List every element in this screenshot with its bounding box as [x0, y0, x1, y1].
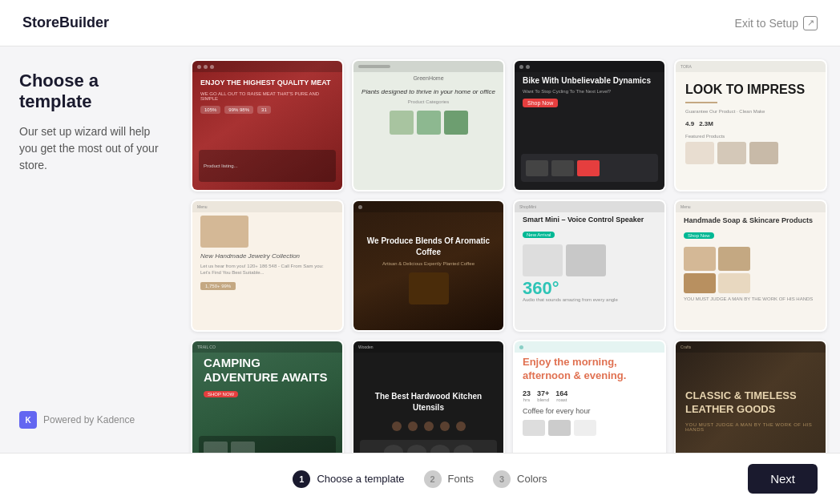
- exit-setup-label: Exit to Setup: [735, 17, 798, 30]
- sidebar: Choose a template Our set up wizard will…: [0, 46, 184, 453]
- powered-by-label: Powered by Kadence: [43, 414, 135, 425]
- sidebar-description: Our set up wizard will help you get the …: [19, 123, 165, 174]
- header: StoreBuilder Exit to Setup ↗: [0, 0, 840, 46]
- template-nav-bar: Crafts: [676, 341, 826, 353]
- coffee-title: We Produce Blends Of Aromatic Coffee: [363, 236, 494, 258]
- coffeecup-title: Enjoy the morning, afternoon & evening.: [523, 356, 656, 383]
- bike-title: Bike With Unbelievable Dynamics: [523, 75, 656, 86]
- step-1: 1 Choose a template: [293, 470, 404, 488]
- template-card-coffee[interactable]: We Produce Blends Of Aromatic Coffee Art…: [352, 200, 505, 332]
- template-card-leather[interactable]: Crafts CLASSIC & TIMELESS LEATHER GOODS …: [674, 340, 827, 453]
- step-1-label: Choose a template: [317, 473, 404, 485]
- speaker-title: Smart Mini – Voice Control Speaker: [523, 216, 656, 225]
- template-card-speaker[interactable]: ShopMini Smart Mini – Voice Control Spea…: [513, 200, 666, 332]
- meat-title: ENJOY THE HIGHEST QUALITY MEAT: [200, 79, 334, 88]
- kadence-icon: K: [19, 411, 37, 429]
- template-nav-bar: [353, 201, 503, 212]
- template-nav-bar: Menu: [192, 201, 342, 212]
- template-card-meat[interactable]: ENJOY THE HIGHEST QUALITY MEAT WE GO ALL…: [191, 59, 344, 192]
- template-card-plants[interactable]: GreenHome Plants designed to thrive in y…: [352, 59, 505, 192]
- template-card-look[interactable]: TORA LOOK TO IMPRESS Guarantee Our Produ…: [674, 59, 827, 192]
- exit-setup-button[interactable]: Exit to Setup ↗: [735, 16, 818, 30]
- jewelry-title: New Handmade Jewelry Collection: [200, 252, 334, 260]
- template-nav-bar: Wooden: [353, 341, 503, 353]
- template-card-soap[interactable]: Menu Handmade Soap & Skincare Products S…: [674, 200, 827, 332]
- main-content: Choose a template Our set up wizard will…: [0, 46, 840, 453]
- step-2-label: Fonts: [448, 473, 475, 485]
- template-card-camping[interactable]: TRAIL CO CAMPING ADVENTURE AWAITS SHOP N…: [191, 340, 344, 453]
- template-nav-bar: [515, 341, 664, 353]
- step-3-circle: 3: [493, 470, 511, 488]
- camping-title: CAMPING ADVENTURE AWAITS: [204, 356, 331, 385]
- step-1-circle: 1: [293, 470, 310, 488]
- template-card-jewelry[interactable]: Menu New Handmade Jewelry Collection Let…: [191, 200, 344, 332]
- exit-icon: ↗: [803, 16, 818, 30]
- leather-title: CLASSIC & TIMELESS LEATHER GOODS: [685, 389, 816, 417]
- template-card-coffeecup[interactable]: Enjoy the morning, afternoon & evening. …: [513, 340, 666, 453]
- templates-grid: ENJOY THE HIGHEST QUALITY MEAT WE GO ALL…: [191, 59, 827, 453]
- look-title: LOOK TO IMPRESS: [685, 82, 816, 97]
- step-3-label: Colors: [517, 473, 547, 485]
- soap-title: Handmade Soap & Skincare Products: [684, 216, 818, 226]
- kitchen-title: The Best Hardwood Kitchen Utensils: [363, 391, 494, 413]
- footer: 1 Choose a template 2 Fonts 3 Colors Nex…: [0, 453, 840, 504]
- template-card-kitchen[interactable]: Wooden The Best Hardwood Kitchen Utensil…: [352, 340, 505, 453]
- sidebar-title: Choose a template: [19, 71, 165, 112]
- step-2-circle: 2: [424, 470, 442, 488]
- template-nav-bar: Menu: [676, 201, 826, 212]
- footer-steps: 1 Choose a template 2 Fonts 3 Colors: [293, 470, 547, 488]
- template-nav-bar: [353, 61, 503, 72]
- template-nav-bar: [192, 61, 342, 72]
- step-3: 3 Colors: [493, 470, 547, 488]
- template-card-bike[interactable]: Bike With Unbelievable Dynamics Want To …: [513, 59, 666, 192]
- template-nav-bar: TORA: [676, 61, 826, 72]
- step-2: 2 Fonts: [424, 470, 475, 488]
- powered-by: K Powered by Kadence: [19, 411, 165, 429]
- next-button[interactable]: Next: [748, 464, 818, 494]
- logo: StoreBuilder: [22, 14, 109, 31]
- speaker-360: 360°: [523, 280, 656, 297]
- template-nav-bar: ShopMini: [515, 201, 664, 212]
- plants-title: Plants designed to thrive in your home o…: [361, 87, 495, 96]
- template-nav-bar: [515, 61, 664, 72]
- template-nav-bar: TRAIL CO: [192, 341, 342, 353]
- templates-area: ENJOY THE HIGHEST QUALITY MEAT WE GO ALL…: [184, 46, 840, 453]
